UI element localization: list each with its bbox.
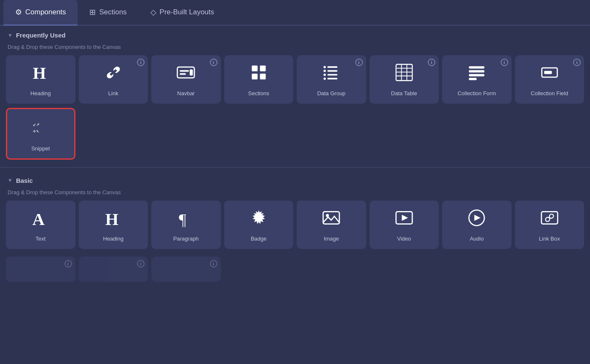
svg-rect-27 (469, 70, 485, 73)
basic-title: Basic (16, 177, 33, 184)
tab-prebuilt[interactable]: ◇ Pre-Built Layouts (139, 0, 226, 26)
extra1-info[interactable]: i (64, 260, 72, 268)
svg-rect-28 (469, 74, 485, 77)
svg-rect-37 (323, 211, 340, 224)
component-extra-1[interactable]: i (6, 257, 75, 282)
collection-field-info-badge[interactable]: i (573, 59, 581, 66)
tab-components[interactable]: ⚙ Components (3, 0, 78, 26)
data-table-info-badge[interactable]: i (428, 59, 435, 66)
svg-rect-13 (327, 70, 338, 72)
svg-rect-29 (469, 78, 477, 80)
component-snippet[interactable]: ↙↗ ✛↖ Snippet (6, 108, 75, 160)
basic-grid: A Text H Heading ¶ Paragraph (0, 201, 590, 253)
tab-prebuilt-label: Pre-Built Layouts (160, 8, 214, 16)
extra3-info[interactable]: i (210, 260, 217, 268)
audio-label: Audio (470, 236, 484, 243)
svg-rect-12 (327, 66, 338, 68)
collection-field-icon (540, 63, 559, 86)
component-data-group[interactable]: i Data Group (297, 55, 366, 104)
more-basic-grid: i i i (0, 257, 590, 286)
navbar-info-badge[interactable]: i (210, 59, 217, 66)
sections-comp-icon (249, 63, 268, 86)
basic-drag-hint: Drag & Drop these Components to the Canv… (0, 187, 590, 201)
snippet-label: Snippet (31, 145, 50, 153)
svg-point-17 (324, 70, 326, 72)
svg-rect-5 (180, 70, 189, 72)
component-extra-2[interactable]: i (79, 257, 148, 282)
svg-text:H: H (105, 209, 118, 227)
component-extra-3[interactable]: i (151, 257, 221, 282)
navbar-label: Navbar (177, 90, 195, 97)
component-badge[interactable]: Badge (224, 201, 294, 249)
heading-basic-icon: H (104, 209, 123, 231)
collection-field-label: Collection Field (531, 90, 568, 97)
svg-rect-11 (260, 74, 266, 80)
svg-point-16 (324, 66, 326, 68)
section-divider (0, 167, 590, 168)
basic-arrow: ▼ (8, 177, 13, 183)
image-label: Image (324, 236, 339, 243)
link-icon (104, 63, 123, 86)
component-link[interactable]: i Link (79, 55, 148, 104)
extra2-info[interactable]: i (137, 260, 145, 268)
svg-marker-42 (475, 215, 481, 221)
prebuilt-icon: ◇ (150, 8, 156, 17)
collection-form-label: Collection Form (458, 90, 496, 97)
svg-text:✛↖: ✛↖ (33, 128, 40, 134)
sections-icon: ⊞ (89, 8, 96, 17)
component-heading[interactable]: H Heading (6, 55, 75, 104)
data-group-label: Data Group (317, 90, 346, 97)
svg-marker-40 (402, 215, 408, 221)
tab-sections-label: Sections (99, 8, 126, 16)
link-box-label: Link Box (539, 236, 560, 243)
svg-text:↙↗: ↙↗ (33, 121, 40, 127)
svg-rect-8 (252, 66, 257, 72)
snippet-icon: ↙↗ ✛↖ (30, 117, 51, 141)
frequently-used-title: Frequently Used (16, 32, 66, 39)
svg-point-18 (324, 74, 326, 76)
tab-components-label: Components (25, 8, 66, 16)
link-info-badge[interactable]: i (137, 59, 145, 66)
component-audio[interactable]: Audio (442, 201, 512, 249)
component-video[interactable]: Video (370, 201, 439, 249)
tab-sections[interactable]: ⊞ Sections (78, 0, 138, 26)
badge-icon (249, 209, 268, 231)
component-image[interactable]: Image (297, 201, 366, 249)
component-heading-basic[interactable]: H Heading (79, 201, 148, 249)
svg-point-19 (324, 78, 326, 80)
link-box-icon (540, 209, 559, 231)
component-paragraph[interactable]: ¶ Paragraph (151, 201, 221, 249)
svg-text:¶: ¶ (179, 210, 187, 227)
component-link-box[interactable]: Link Box (515, 201, 585, 249)
link-label: Link (108, 90, 118, 97)
sections-label: Sections (248, 90, 269, 97)
component-collection-form[interactable]: i Collection Form (442, 55, 512, 104)
component-navbar[interactable]: i Navbar (151, 55, 221, 104)
image-icon (322, 209, 341, 231)
svg-rect-9 (260, 66, 266, 72)
frequently-used-drag-hint: Drag & Drop these Components to the Canv… (0, 42, 590, 55)
frequently-used-arrow: ▼ (8, 32, 13, 38)
basic-header[interactable]: ▼ Basic (0, 171, 590, 187)
frequently-used-header[interactable]: ▼ Frequently Used (0, 26, 590, 42)
svg-rect-10 (252, 74, 257, 80)
frequently-used-grid: H Heading i Link i (0, 55, 590, 108)
audio-icon (467, 209, 486, 231)
data-table-icon (395, 63, 413, 86)
text-icon: A (31, 209, 50, 231)
component-data-table[interactable]: i Data Table (370, 55, 439, 104)
collection-form-info-badge[interactable]: i (501, 59, 508, 66)
svg-rect-7 (190, 70, 193, 76)
component-text[interactable]: A Text (6, 201, 75, 249)
svg-rect-15 (327, 78, 338, 80)
collection-form-icon (467, 63, 486, 86)
heading-label: Heading (30, 90, 51, 97)
component-collection-field[interactable]: i Collection Field (515, 55, 585, 104)
svg-rect-31 (544, 71, 552, 74)
heading-icon: H (31, 63, 50, 86)
data-table-label: Data Table (391, 90, 417, 97)
paragraph-label: Paragraph (173, 236, 199, 243)
data-group-info-badge[interactable]: i (355, 59, 363, 66)
heading-basic-label: Heading (103, 236, 123, 243)
component-sections[interactable]: Sections (224, 55, 294, 104)
